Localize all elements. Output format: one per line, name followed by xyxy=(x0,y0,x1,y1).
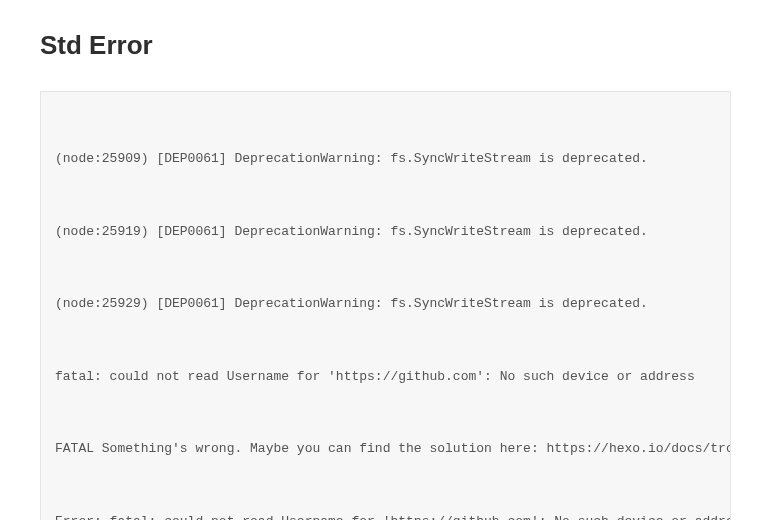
log-line: FATAL Something's wrong. Maybe you can f… xyxy=(55,439,716,459)
log-line: (node:25919) [DEP0061] DeprecationWarnin… xyxy=(55,222,716,242)
section-heading: Std Error xyxy=(40,30,731,61)
stderr-code-block[interactable]: (node:25909) [DEP0061] DeprecationWarnin… xyxy=(40,91,731,520)
log-line: fatal: could not read Username for 'http… xyxy=(55,367,716,387)
log-line: (node:25909) [DEP0061] DeprecationWarnin… xyxy=(55,149,716,169)
log-line: Error: fatal: could not read Username fo… xyxy=(55,512,716,521)
log-line: (node:25929) [DEP0061] DeprecationWarnin… xyxy=(55,294,716,314)
